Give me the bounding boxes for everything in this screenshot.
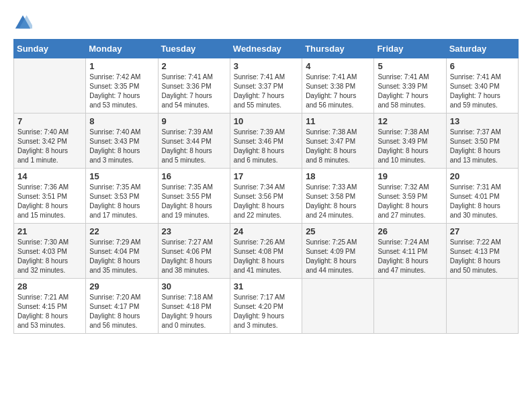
day-number: 2 — [162, 61, 226, 71]
day-number: 28 — [17, 281, 82, 291]
days-row: SundayMondayTuesdayWednesdayThursdayFrid… — [14, 40, 519, 58]
calendar-cell: 9Sunrise: 7:39 AMSunset: 3:44 PMDaylight… — [158, 113, 230, 169]
cell-info: Sunrise: 7:33 AMSunset: 3:58 PMDaylight:… — [306, 183, 370, 220]
day-number: 6 — [450, 61, 515, 71]
cell-info: Sunrise: 7:41 AMSunset: 3:38 PMDaylight:… — [306, 73, 370, 110]
cell-info: Sunrise: 7:34 AMSunset: 3:56 PMDaylight:… — [234, 183, 298, 220]
calendar-cell: 10Sunrise: 7:39 AMSunset: 3:46 PMDayligh… — [230, 113, 302, 169]
cell-info: Sunrise: 7:17 AMSunset: 4:20 PMDaylight:… — [234, 293, 298, 330]
cell-info: Sunrise: 7:30 AMSunset: 4:03 PMDaylight:… — [17, 238, 82, 275]
cell-info: Sunrise: 7:36 AMSunset: 3:51 PMDaylight:… — [17, 183, 82, 220]
calendar-cell: 26Sunrise: 7:24 AMSunset: 4:11 PMDayligh… — [374, 224, 446, 279]
calendar-cell — [302, 279, 374, 334]
calendar-cell: 24Sunrise: 7:26 AMSunset: 4:08 PMDayligh… — [230, 224, 302, 279]
calendar-header: SundayMondayTuesdayWednesdayThursdayFrid… — [14, 40, 519, 58]
calendar-cell: 29Sunrise: 7:20 AMSunset: 4:17 PMDayligh… — [86, 279, 158, 334]
cell-info: Sunrise: 7:29 AMSunset: 4:04 PMDaylight:… — [89, 238, 154, 275]
cell-info: Sunrise: 7:41 AMSunset: 3:40 PMDaylight:… — [450, 73, 515, 110]
cell-info: Sunrise: 7:18 AMSunset: 4:18 PMDaylight:… — [162, 293, 226, 330]
day-number: 26 — [378, 226, 442, 236]
calendar-cell: 6Sunrise: 7:41 AMSunset: 3:40 PMDaylight… — [446, 58, 518, 113]
calendar-cell: 13Sunrise: 7:37 AMSunset: 3:50 PMDayligh… — [446, 113, 518, 169]
calendar-cell: 11Sunrise: 7:38 AMSunset: 3:47 PMDayligh… — [302, 113, 374, 169]
day-number: 5 — [378, 61, 442, 71]
day-number: 3 — [234, 61, 298, 71]
calendar-week-row: 14Sunrise: 7:36 AMSunset: 3:51 PMDayligh… — [14, 169, 519, 224]
calendar-week-row: 28Sunrise: 7:21 AMSunset: 4:15 PMDayligh… — [14, 279, 519, 334]
calendar-cell — [446, 279, 518, 334]
calendar-cell: 18Sunrise: 7:33 AMSunset: 3:58 PMDayligh… — [302, 169, 374, 224]
day-number: 27 — [450, 226, 515, 236]
day-number: 18 — [306, 171, 370, 181]
day-number: 16 — [162, 171, 226, 181]
calendar-cell: 21Sunrise: 7:30 AMSunset: 4:03 PMDayligh… — [14, 224, 86, 279]
day-number: 22 — [89, 226, 154, 236]
calendar-cell: 5Sunrise: 7:41 AMSunset: 3:39 PMDaylight… — [374, 58, 446, 113]
cell-info: Sunrise: 7:41 AMSunset: 3:36 PMDaylight:… — [162, 73, 226, 110]
cell-info: Sunrise: 7:35 AMSunset: 3:55 PMDaylight:… — [162, 183, 226, 220]
calendar-week-row: 21Sunrise: 7:30 AMSunset: 4:03 PMDayligh… — [14, 224, 519, 279]
page-header — [13, 13, 519, 32]
day-number: 31 — [234, 281, 298, 291]
cell-info: Sunrise: 7:20 AMSunset: 4:17 PMDaylight:… — [89, 293, 154, 330]
cell-info: Sunrise: 7:32 AMSunset: 3:59 PMDaylight:… — [378, 183, 442, 220]
day-number: 7 — [17, 116, 82, 126]
cell-info: Sunrise: 7:25 AMSunset: 4:09 PMDaylight:… — [306, 238, 370, 275]
cell-info: Sunrise: 7:41 AMSunset: 3:39 PMDaylight:… — [378, 73, 442, 110]
calendar-cell: 27Sunrise: 7:22 AMSunset: 4:13 PMDayligh… — [446, 224, 518, 279]
day-number: 24 — [234, 226, 298, 236]
day-number: 19 — [378, 171, 442, 181]
cell-info: Sunrise: 7:38 AMSunset: 3:49 PMDaylight:… — [378, 128, 442, 165]
day-of-week-header: Friday — [374, 40, 446, 58]
day-number: 11 — [306, 116, 370, 126]
calendar-cell: 28Sunrise: 7:21 AMSunset: 4:15 PMDayligh… — [14, 279, 86, 334]
calendar-cell: 7Sunrise: 7:40 AMSunset: 3:42 PMDaylight… — [14, 113, 86, 169]
day-number: 15 — [89, 171, 154, 181]
day-number: 20 — [450, 171, 515, 181]
day-number: 9 — [162, 116, 226, 126]
cell-info: Sunrise: 7:40 AMSunset: 3:43 PMDaylight:… — [89, 128, 154, 165]
calendar-cell: 23Sunrise: 7:27 AMSunset: 4:06 PMDayligh… — [158, 224, 230, 279]
day-number: 8 — [89, 116, 154, 126]
cell-info: Sunrise: 7:41 AMSunset: 3:37 PMDaylight:… — [234, 73, 298, 110]
cell-info: Sunrise: 7:22 AMSunset: 4:13 PMDaylight:… — [450, 238, 515, 275]
calendar-cell: 31Sunrise: 7:17 AMSunset: 4:20 PMDayligh… — [230, 279, 302, 334]
calendar-cell: 17Sunrise: 7:34 AMSunset: 3:56 PMDayligh… — [230, 169, 302, 224]
day-of-week-header: Saturday — [446, 40, 518, 58]
day-number: 1 — [89, 61, 154, 71]
day-number: 12 — [378, 116, 442, 126]
calendar-body: 1Sunrise: 7:42 AMSunset: 3:35 PMDaylight… — [14, 58, 519, 334]
calendar-cell — [14, 58, 86, 113]
logo-icon — [13, 13, 32, 32]
day-of-week-header: Monday — [86, 40, 158, 58]
cell-info: Sunrise: 7:21 AMSunset: 4:15 PMDaylight:… — [17, 293, 82, 330]
calendar-cell: 14Sunrise: 7:36 AMSunset: 3:51 PMDayligh… — [14, 169, 86, 224]
calendar-cell: 25Sunrise: 7:25 AMSunset: 4:09 PMDayligh… — [302, 224, 374, 279]
calendar-cell: 12Sunrise: 7:38 AMSunset: 3:49 PMDayligh… — [374, 113, 446, 169]
day-number: 30 — [162, 281, 226, 291]
calendar-cell: 4Sunrise: 7:41 AMSunset: 3:38 PMDaylight… — [302, 58, 374, 113]
cell-info: Sunrise: 7:26 AMSunset: 4:08 PMDaylight:… — [234, 238, 298, 275]
day-number: 25 — [306, 226, 370, 236]
calendar-cell — [374, 279, 446, 334]
calendar-cell: 8Sunrise: 7:40 AMSunset: 3:43 PMDaylight… — [86, 113, 158, 169]
cell-info: Sunrise: 7:27 AMSunset: 4:06 PMDaylight:… — [162, 238, 226, 275]
calendar-cell: 22Sunrise: 7:29 AMSunset: 4:04 PMDayligh… — [86, 224, 158, 279]
calendar-cell: 16Sunrise: 7:35 AMSunset: 3:55 PMDayligh… — [158, 169, 230, 224]
logo — [13, 13, 34, 32]
cell-info: Sunrise: 7:39 AMSunset: 3:46 PMDaylight:… — [234, 128, 298, 165]
calendar-week-row: 1Sunrise: 7:42 AMSunset: 3:35 PMDaylight… — [14, 58, 519, 113]
calendar-cell: 20Sunrise: 7:31 AMSunset: 4:01 PMDayligh… — [446, 169, 518, 224]
cell-info: Sunrise: 7:35 AMSunset: 3:53 PMDaylight:… — [89, 183, 154, 220]
day-number: 14 — [17, 171, 82, 181]
cell-info: Sunrise: 7:31 AMSunset: 4:01 PMDaylight:… — [450, 183, 515, 220]
calendar-cell: 19Sunrise: 7:32 AMSunset: 3:59 PMDayligh… — [374, 169, 446, 224]
calendar-cell: 1Sunrise: 7:42 AMSunset: 3:35 PMDaylight… — [86, 58, 158, 113]
day-number: 17 — [234, 171, 298, 181]
calendar-cell: 2Sunrise: 7:41 AMSunset: 3:36 PMDaylight… — [158, 58, 230, 113]
cell-info: Sunrise: 7:42 AMSunset: 3:35 PMDaylight:… — [89, 73, 154, 110]
day-number: 21 — [17, 226, 82, 236]
day-number: 29 — [89, 281, 154, 291]
calendar-table: SundayMondayTuesdayWednesdayThursdayFrid… — [13, 39, 519, 334]
day-number: 23 — [162, 226, 226, 236]
